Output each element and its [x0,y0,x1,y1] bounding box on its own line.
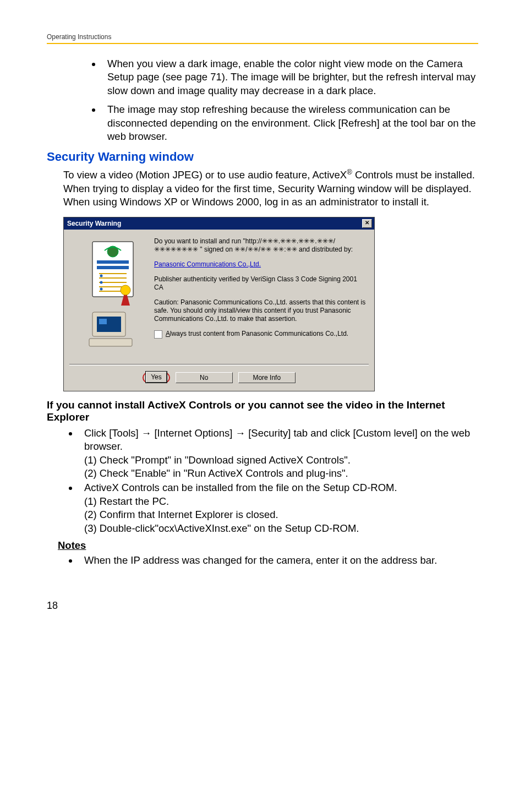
svg-point-10 [100,281,103,284]
step2-sub3: (3) Double-click"ocx\ActiveXInst.exe" on… [84,522,478,535]
notes-list: When the IP address was changed for the … [47,554,478,567]
arrow-icon: → [236,427,246,440]
always-trust-label: Always trust content from Panasonic Comm… [166,330,348,338]
close-icon[interactable]: ✕ [362,219,372,228]
dialog-button-row: Yes No More Info [64,366,374,391]
certificate-icon [83,241,143,356]
step2-sub1: (1) Restart the PC. [84,495,478,508]
yes-button-highlight: Yes [143,372,170,383]
more-info-button[interactable]: More Info [238,372,296,383]
step1-text-a: Click [Tools] [84,427,139,439]
step1-sub2: (2) Check "Enable" in "Run ActiveX Contr… [84,467,478,480]
dialog-prompt-text: Do you want to install and run "http://✳… [154,237,367,254]
dialog-title: Security Warning [67,220,121,227]
dialog-caution-text: Caution: Panasonic Communications Co.,Lt… [154,298,367,323]
svg-rect-3 [97,266,129,269]
troubleshoot-item-2: ActiveX Controls can be installed from t… [79,481,478,535]
arrow-icon: → [141,427,152,440]
page-number: 18 [47,600,478,612]
svg-rect-16 [99,319,107,324]
troubleshoot-list: Click [Tools] → [Internet Options] → [Se… [47,427,478,535]
svg-rect-2 [97,260,129,264]
note-item-1: When the IP address was changed for the … [79,554,478,567]
always-trust-accelerator: A [166,330,170,337]
header-rule [47,43,478,44]
step1-sub1: (1) Check "Prompt" in "Download signed A… [84,454,478,467]
svg-rect-17 [89,339,132,346]
security-warning-dialog: Security Warning ✕ [63,217,375,391]
dialog-text-column: Do you want to install and run "http://✳… [154,237,367,356]
troubleshoot-item-1: Click [Tools] → [Internet Options] → [Se… [79,427,478,481]
running-header: Operating Instructions [47,33,478,43]
step2-text: ActiveX Controls can be installed from t… [84,482,397,493]
intro-bullet-list: When you view a dark image, enable the c… [47,57,478,143]
svg-point-13 [121,285,130,295]
yes-button[interactable]: Yes [146,372,167,383]
step1-text-b: [Internet Options] [154,427,232,439]
dialog-authenticity-text: Publisher authenticity verified by VeriS… [154,275,367,292]
step2-sub2: (2) Confirm that Internet Explorer is cl… [84,508,478,521]
publisher-link[interactable]: Panasonic Communications Co.,Ltd. [154,260,261,268]
always-trust-row: Always trust content from Panasonic Comm… [154,330,367,339]
always-trust-label-text: lways trust content from Panasonic Commu… [170,330,348,337]
dialog-icon-column [72,237,154,356]
svg-point-11 [100,287,103,290]
section-paragraph-pre: To view a video (Motion JPEG) or to use … [63,170,347,181]
section-paragraph: To view a video (Motion JPEG) or to use … [63,167,478,209]
intro-bullet-1: When you view a dark image, enable the c… [102,57,478,97]
notes-heading: Notes [58,539,478,552]
no-button[interactable]: No [176,372,233,383]
section-heading: Security Warning window [47,150,478,164]
always-trust-checkbox[interactable] [154,330,162,339]
trademark-symbol: ® [347,168,352,176]
svg-point-9 [100,274,103,277]
security-warning-dialog-wrap: Security Warning ✕ [63,217,478,391]
dialog-titlebar: Security Warning ✕ [64,217,374,230]
troubleshoot-heading: If you cannot install ActiveX Controls o… [47,399,478,423]
intro-bullet-2: The image may stop refreshing because th… [102,103,478,143]
